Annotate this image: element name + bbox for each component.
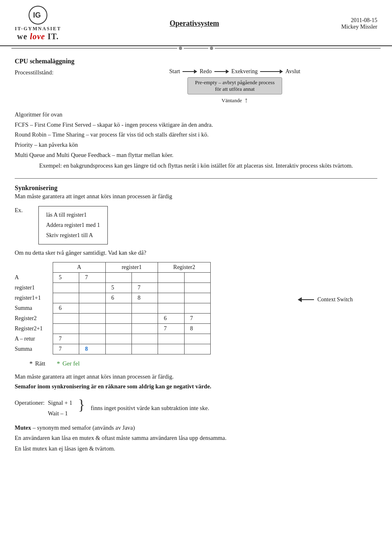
table-row-summa1: Summa 6 (15, 303, 211, 313)
page-title: Operativsystem (65, 19, 324, 28)
states-flow-row: Start Redo Exekvering (169, 68, 301, 75)
table-row-aretur: A – retur 7 (15, 334, 211, 344)
cell-r1p1-r12: 8 (131, 293, 158, 303)
context-switch-arrow (298, 297, 314, 302)
flow-diagram: Start Redo Exekvering (92, 68, 377, 105)
op-desc: finns inget positivt värde kan subtrakti… (91, 403, 209, 413)
cell-r1p1-r22 (184, 293, 210, 303)
deco-line-right (215, 48, 381, 49)
state-exec: Exekvering (232, 68, 258, 75)
cell-s1-a2 (79, 303, 105, 313)
op-brace: } (78, 397, 85, 412)
vantande-label: Väntande (222, 97, 242, 104)
sync-desc: Man måste garantera att inget annat körs… (15, 192, 377, 201)
op-signal: Signal + 1 (48, 397, 72, 408)
cell-ar-r21 (158, 334, 184, 344)
cell-r1-r11: 5 (105, 282, 131, 293)
row-label-r1p1: register1+1 (15, 293, 53, 303)
algo-fcfs: FCFS – First Come First Served – skapar … (15, 120, 377, 130)
sync-question: Om nu detta sker två gånger samtidigt. V… (15, 249, 377, 256)
arrow-stem2 (214, 71, 226, 72)
cs-arrow-head (298, 297, 302, 302)
algo-algoritmer: Algoritmer för ovan (15, 110, 377, 120)
cell-a-1: 5 (53, 272, 79, 282)
arrow-redo-exec (214, 69, 229, 74)
header-deco (11, 46, 381, 50)
register-table-section: A register1 Register2 A 5 7 (15, 262, 377, 354)
table-row-summa2: Summa 7 8 (15, 344, 211, 354)
cell-reg2-r12 (131, 313, 158, 323)
algo-priority: Priority – kan påverka kön (15, 140, 377, 150)
cell-reg2p1-a2 (79, 323, 105, 334)
legend-ratt-star: * (29, 360, 33, 368)
cell-ar-r22 (184, 334, 210, 344)
row-label-a: A (15, 272, 53, 282)
table-row-register1plus1: register1+1 6 8 (15, 293, 211, 303)
row-label-summa1: Summa (15, 303, 53, 313)
context-switch-text: Context Switch (317, 296, 353, 303)
mutex-line1: Mutex – synonym med semafor (används av … (15, 423, 377, 433)
table-row-register1: register1 5 7 (15, 282, 211, 293)
pre-empty-text1: Pre-empty – avbryt pågående process (195, 79, 275, 85)
cell-r1a-2 (131, 272, 158, 282)
vantande-row: Väntande ↑ (222, 96, 248, 105)
logo-love: love (30, 32, 45, 41)
mutex-line2: En användaren kan låsa en mutex & oftast… (15, 433, 377, 443)
deco-dot-left (179, 47, 182, 50)
ex-line-1: läs A till register1 (46, 210, 100, 220)
cell-reg2p1-r21: 7 (158, 323, 184, 334)
semafor-text: Semafor inom synkronisering är en räknar… (15, 381, 377, 392)
row-label-summa2: Summa (15, 344, 53, 354)
cell-reg2-a2 (79, 313, 105, 323)
cell-r1-r22 (184, 282, 210, 293)
deco-dot-right (210, 47, 213, 50)
logo-icon: IG (31, 9, 45, 22)
arrow-stem (183, 71, 194, 72)
cell-s2-r11 (105, 344, 131, 354)
cell-a-2: 7 (79, 272, 105, 282)
col-header-r2: Register2 (158, 262, 211, 272)
cell-ar-r12 (131, 334, 158, 344)
context-switch-annotation: Context Switch (298, 296, 353, 303)
cell-reg2-r22: 7 (184, 313, 210, 323)
process-states-area: Processtillstånd: Start Redo (15, 68, 377, 105)
cell-r1a-1 (105, 272, 131, 282)
school-name: IT-GYMNASIET (15, 26, 61, 32)
ex-box: läs A till register1 Addera register1 me… (38, 206, 108, 244)
cell-r1p1-r11: 6 (105, 293, 131, 303)
algo-multi-queue: Multi Queue and Multi Queue Feedback – m… (15, 150, 377, 160)
operations-section: Operationer: Signal + 1 Wait – 1 } finns… (15, 397, 377, 419)
cell-reg2p1-r11 (105, 323, 131, 334)
row-label-reg2p1: Register2+1 (15, 323, 53, 334)
pre-empty-box: Pre-empty – avbryt pågående process för … (187, 77, 283, 94)
mutex-line3: En låst mutex kan ej låsas igen & tvärto… (15, 444, 377, 454)
cell-r2a-2 (184, 272, 210, 282)
sync-title: Synkronisering (15, 184, 377, 192)
example-row: Ex. läs A till register1 Addera register… (15, 206, 377, 244)
table-row-register2: Register2 6 7 (15, 313, 211, 323)
col-header-a: A (53, 262, 105, 272)
cs-stem (302, 299, 314, 300)
pre-empty-text2: för att utföra annat (215, 86, 254, 92)
table-row-a: A 5 7 (15, 272, 211, 282)
logo-tagline: we love IT. (17, 32, 59, 41)
cell-r1p1-a1 (53, 293, 79, 303)
cell-ar-r11 (105, 334, 131, 344)
cell-s1-a1: 6 (53, 303, 79, 313)
semafor-bold: Semafor (15, 383, 36, 390)
row-label-aretur: A – retur (15, 334, 53, 344)
process-label: Processtillstånd: (15, 68, 92, 76)
col-header-r1: register1 (105, 262, 158, 272)
cell-r1-a2 (79, 282, 105, 293)
mutex-section: Mutex – synonym med semafor (används av … (15, 423, 377, 454)
operations-row: Operationer: Signal + 1 Wait – 1 } finns… (15, 397, 377, 419)
sync-section: Synkronisering Man måste garantera att i… (15, 184, 377, 454)
arrow-head3 (280, 69, 283, 74)
op-label: Operationer: (15, 397, 45, 408)
cell-reg2p1-r22: 8 (184, 323, 210, 334)
cpu-title: CPU schemaläggning (15, 58, 377, 65)
cell-reg2-r21: 6 (158, 313, 184, 323)
cell-reg2-a1 (53, 313, 79, 323)
arrow-stem3 (260, 71, 280, 72)
row-label-reg2: Register2 (15, 313, 53, 323)
